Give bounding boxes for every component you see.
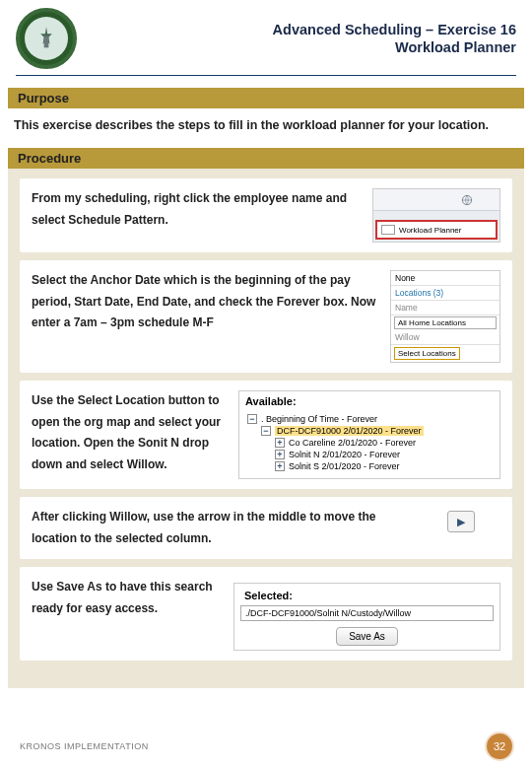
collapse-icon[interactable]: −	[261, 426, 271, 436]
step-1: From my scheduling, right click the empl…	[20, 178, 512, 252]
expand-icon[interactable]: +	[275, 450, 285, 459]
step-5-text: Use Save As to have this search ready fo…	[32, 577, 224, 619]
selected-label: Selected:	[240, 588, 494, 603]
tree-child[interactable]: + Solnit S 2/01/2020 - Forever	[247, 460, 496, 472]
name-label: Name	[391, 301, 499, 315]
step-5: Use Save As to have this search ready fo…	[20, 567, 512, 661]
footer-text: KRONOS IMPLEMENTATION	[20, 741, 149, 751]
procedure-heading: Procedure	[8, 148, 524, 169]
screenshot-selected: Selected: ./DCF-DCF91000/Solnit N/Custod…	[233, 583, 500, 651]
step-1-text: From my scheduling, right click the empl…	[32, 188, 363, 231]
row-none: None	[391, 271, 499, 286]
arrow-right-icon: ▶	[457, 516, 465, 528]
procedure-body: From my scheduling, right click the empl…	[8, 169, 524, 688]
willow-row: Willow	[391, 330, 499, 345]
page-number: 32	[487, 734, 512, 759]
select-locations-button[interactable]: Select Locations	[394, 347, 460, 360]
save-as-button[interactable]: Save As	[336, 627, 398, 646]
collapse-icon[interactable]: −	[247, 414, 257, 424]
title-underline	[16, 75, 516, 76]
purpose-heading: Purpose	[8, 88, 524, 108]
tree-child[interactable]: + Co Careline 2/01/2020 - Forever	[247, 437, 496, 449]
step-2-text: Select the Anchor Date which is the begi…	[32, 270, 380, 334]
row-locations: Locations (3)	[391, 286, 499, 301]
tree-child[interactable]: + Solnit N 2/01/2020 - Forever	[247, 449, 496, 460]
tab-icon	[381, 225, 395, 235]
tree-selected[interactable]: − DCF-DCF91000 2/01/2020 - Forever	[247, 425, 496, 437]
svg-rect-0	[44, 36, 49, 48]
globe-icon	[460, 193, 474, 207]
available-label: Available:	[239, 391, 499, 411]
title-line1: Advanced Scheduling – Exercise 16	[89, 21, 516, 38]
move-right-button[interactable]: ▶	[447, 511, 475, 532]
step-3-text: Use the Select Location button to open t…	[32, 390, 229, 475]
step-2: Select the Anchor Date which is the begi…	[20, 260, 512, 373]
expand-icon[interactable]: +	[275, 461, 285, 471]
selected-value[interactable]: ./DCF-DCF91000/Solnit N/Custody/Willow	[240, 605, 494, 621]
title-line2: Workload Planner	[89, 38, 516, 56]
step-4-text: After clicking Willow, use the arrow in …	[32, 507, 412, 549]
step-3: Use the Select Location button to open t…	[20, 381, 512, 489]
name-field[interactable]: All Home Locations	[394, 316, 497, 329]
workload-planner-tab: Workload Planner	[399, 226, 461, 235]
footer: KRONOS IMPLEMENTATION 32	[0, 734, 532, 759]
screenshot-location-panel: None Locations (3) Name All Home Locatio…	[390, 270, 500, 363]
expand-icon[interactable]: +	[275, 438, 285, 448]
doc-title: Advanced Scheduling – Exercise 16 Worklo…	[89, 21, 516, 56]
purpose-text: This exercise describes the steps to fil…	[0, 108, 532, 136]
screenshot-tree: Available: − . Beginning Of Time - Forev…	[238, 390, 500, 479]
state-seal	[16, 8, 77, 69]
tree-root[interactable]: − . Beginning Of Time - Forever	[247, 413, 496, 425]
screenshot-workload-planner: Workload Planner	[372, 188, 500, 243]
step-4: After clicking Willow, use the arrow in …	[20, 497, 512, 559]
